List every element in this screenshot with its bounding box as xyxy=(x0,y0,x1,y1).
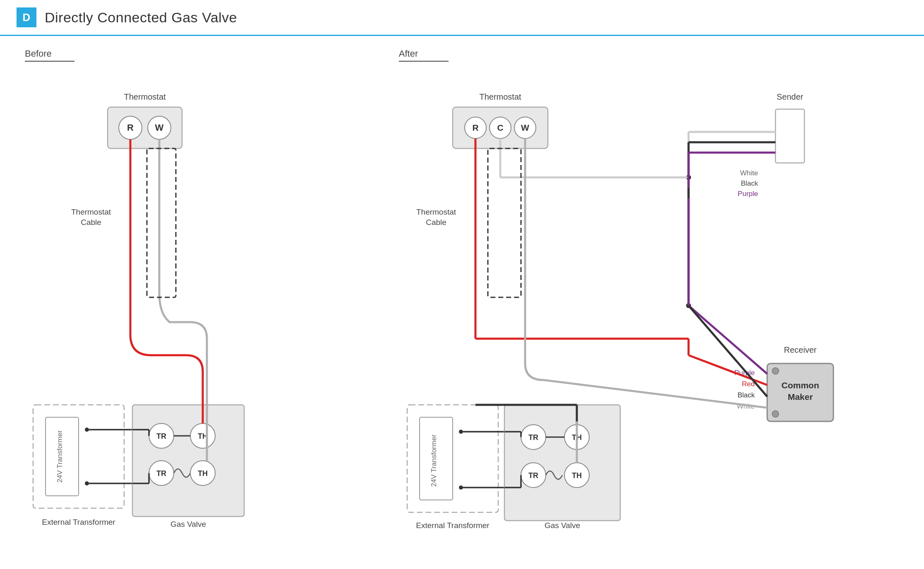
svg-text:TR: TR xyxy=(528,471,538,480)
svg-text:Thermostat: Thermostat xyxy=(479,92,521,101)
svg-text:Purple: Purple xyxy=(738,190,758,198)
svg-text:TR: TR xyxy=(156,469,166,478)
svg-text:24V Transformer: 24V Transformer xyxy=(56,430,64,483)
svg-point-70 xyxy=(772,411,779,417)
before-section: Before R W Thermostat xyxy=(25,48,382,555)
svg-rect-60 xyxy=(488,148,521,297)
svg-text:C: C xyxy=(497,123,503,132)
after-label: After xyxy=(399,48,449,62)
main-content: Before R W Thermostat xyxy=(0,36,924,568)
before-diagram: R W Thermostat Thermostat Cable xyxy=(25,66,382,555)
svg-text:Thermostat: Thermostat xyxy=(416,208,456,216)
svg-text:R: R xyxy=(472,123,478,132)
svg-line-79 xyxy=(689,355,767,385)
svg-text:External Transformer: External Transformer xyxy=(42,518,115,526)
section-badge: D xyxy=(17,7,36,27)
svg-text:W: W xyxy=(521,123,529,132)
svg-text:Sender: Sender xyxy=(777,92,804,101)
svg-line-76 xyxy=(689,306,767,374)
svg-point-88 xyxy=(459,485,463,490)
svg-text:TR: TR xyxy=(156,432,166,440)
svg-text:External Transformer: External Transformer xyxy=(416,521,490,530)
svg-text:TH: TH xyxy=(572,471,582,480)
svg-text:Cable: Cable xyxy=(81,218,101,227)
svg-text:Gas Valve: Gas Valve xyxy=(545,521,580,530)
before-label: Before xyxy=(25,48,74,62)
svg-text:Maker: Maker xyxy=(787,392,813,402)
svg-text:Black: Black xyxy=(741,179,758,187)
svg-text:Thermostat: Thermostat xyxy=(71,208,111,216)
svg-text:White: White xyxy=(740,169,758,177)
svg-rect-8 xyxy=(147,148,176,297)
page-title: Directly Connected Gas Valve xyxy=(45,10,237,26)
svg-text:W: W xyxy=(155,122,164,133)
svg-rect-19 xyxy=(132,405,244,516)
svg-text:R: R xyxy=(127,122,134,133)
svg-line-81 xyxy=(689,306,767,397)
svg-rect-91 xyxy=(504,405,620,521)
svg-text:24V Transformer: 24V Transformer xyxy=(430,434,438,487)
svg-text:Gas Valve: Gas Valve xyxy=(170,520,206,528)
svg-text:Black: Black xyxy=(737,391,755,399)
svg-rect-46 xyxy=(775,109,804,163)
svg-point-87 xyxy=(459,430,463,434)
svg-point-69 xyxy=(772,368,779,374)
svg-point-15 xyxy=(85,428,89,432)
after-section: After R C W Thermostat Sender xyxy=(399,48,899,555)
svg-text:Common: Common xyxy=(781,380,819,390)
svg-text:Cable: Cable xyxy=(426,218,446,227)
svg-point-16 xyxy=(85,481,89,485)
after-diagram: R C W Thermostat Sender White Black Purp… xyxy=(399,66,899,555)
svg-text:Receiver: Receiver xyxy=(784,345,816,354)
svg-text:TH: TH xyxy=(198,469,208,478)
page-header: D Directly Connected Gas Valve xyxy=(0,0,924,36)
svg-text:TR: TR xyxy=(528,433,538,442)
svg-text:Thermostat: Thermostat xyxy=(124,92,166,101)
